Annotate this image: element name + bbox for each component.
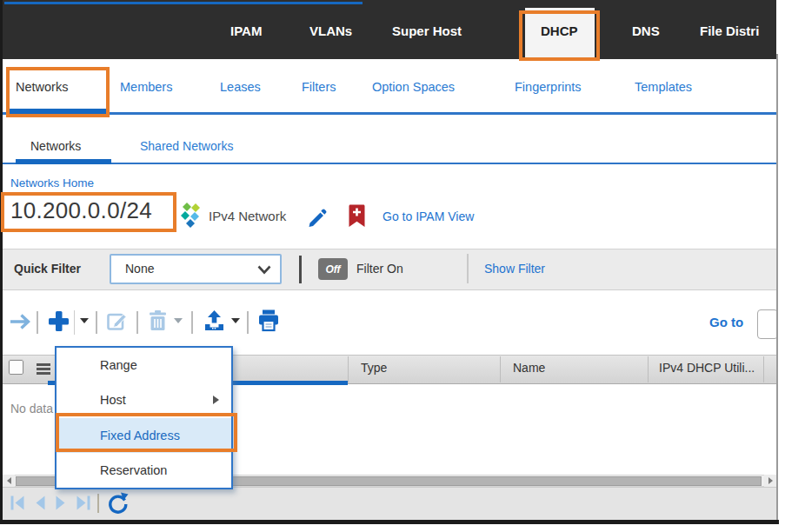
- quick-filter-selected-value: None: [125, 262, 154, 276]
- view-tab-selected-underline: [16, 159, 111, 164]
- chevron-down-icon: [257, 265, 271, 275]
- subtabs-divider: [3, 112, 776, 115]
- scroll-left-button[interactable]: [3, 475, 15, 487]
- subtab-templates[interactable]: Templates: [635, 80, 692, 94]
- import-dropdown-caret-icon[interactable]: [231, 318, 240, 323]
- go-to-ipam-view-link[interactable]: Go to IPAM View: [383, 209, 474, 223]
- subtab-fingerprints[interactable]: Fingerprints: [515, 80, 582, 94]
- subtab-filters[interactable]: Filters: [302, 80, 336, 94]
- filter-toggle-off-badge[interactable]: Off: [318, 258, 348, 280]
- window-border-bottom: [0, 520, 779, 524]
- view-tabs-divider: [3, 163, 776, 164]
- scroll-right-button[interactable]: [764, 475, 776, 487]
- nav-tab-ipam[interactable]: IPAM: [230, 23, 262, 38]
- toolbar-separator: [136, 311, 138, 334]
- nav-tab-super-host[interactable]: Super Host: [392, 23, 462, 38]
- nav-tab-dns[interactable]: DNS: [632, 23, 660, 38]
- column-separator: [648, 356, 649, 382]
- import-export-icon[interactable]: [203, 309, 226, 332]
- subtab-leases[interactable]: Leases: [220, 80, 261, 94]
- add-icon[interactable]: [47, 309, 70, 333]
- column-separator: [763, 356, 764, 382]
- filter-bar-divider-2: [467, 254, 469, 283]
- column-separator: [500, 356, 501, 382]
- toolbar-separator-thin: [74, 310, 75, 335]
- pagination-separator: [97, 494, 99, 513]
- column-header-dhcp-utilization[interactable]: IPv4 DHCP Utili...: [659, 361, 762, 375]
- quick-filter-label: Quick Filter: [14, 262, 81, 276]
- column-separator: [348, 356, 349, 382]
- first-page-icon[interactable]: [9, 495, 26, 511]
- annotation-box-fixed-address: [56, 413, 237, 452]
- triangle-left-icon: [7, 477, 11, 484]
- window-border-right: [776, 54, 778, 520]
- last-page-icon[interactable]: [75, 495, 92, 511]
- select-all-checkbox[interactable]: [9, 360, 23, 375]
- menu-item-label: Host: [100, 393, 126, 407]
- subtab-option-spaces[interactable]: Option Spaces: [372, 80, 455, 94]
- ipv4-network-icon: [180, 203, 203, 229]
- show-filter-link[interactable]: Show Filter: [484, 262, 545, 276]
- edit-network-icon[interactable]: [306, 206, 329, 229]
- filter-bar-divider: [299, 256, 302, 283]
- quick-filter-select[interactable]: None: [110, 254, 282, 284]
- column-header-name[interactable]: Name: [513, 361, 545, 375]
- edit-icon[interactable]: [106, 310, 128, 332]
- bookmark-add-icon[interactable]: [348, 203, 366, 229]
- column-menu-icon[interactable]: [37, 363, 50, 376]
- filter-on-label: Filter On: [356, 262, 403, 276]
- next-page-icon[interactable]: [54, 495, 68, 511]
- menu-item-label: Reservation: [100, 463, 167, 477]
- view-tab-networks[interactable]: Networks: [30, 139, 81, 153]
- window-border-left: [0, 0, 3, 524]
- nav-tab-file-distribution[interactable]: File Distri: [700, 23, 759, 38]
- add-dropdown-caret-icon[interactable]: [80, 318, 89, 323]
- menu-item-range[interactable]: Range: [57, 348, 231, 382]
- goto-label: Go to: [709, 315, 743, 329]
- menu-item-label: Range: [100, 358, 137, 372]
- go-into-arrow-icon[interactable]: [9, 312, 32, 331]
- view-tab-shared-networks[interactable]: Shared Networks: [140, 139, 233, 153]
- nav-accent-line: [4, 2, 363, 4]
- print-icon[interactable]: [257, 309, 280, 332]
- triangle-right-icon: [768, 477, 773, 484]
- delete-icon[interactable]: [148, 309, 168, 331]
- toolbar-separator: [37, 311, 38, 334]
- subtab-members[interactable]: Members: [120, 80, 172, 94]
- nav-tab-vlans[interactable]: VLANs: [309, 23, 352, 38]
- toolbar-separator: [96, 311, 97, 334]
- annotation-box-networks-subtab: [6, 67, 110, 117]
- previous-page-icon[interactable]: [33, 495, 47, 511]
- dhcp-networks-screen: IPAM VLANs Super Host DHCP DNS File Dist…: [0, 0, 785, 532]
- annotation-box-network-address: [1, 192, 176, 232]
- top-nav-bar: [3, 0, 776, 59]
- breadcrumb-networks-home[interactable]: Networks Home: [10, 176, 94, 190]
- goto-input[interactable]: [757, 309, 778, 339]
- toolbar-separator: [191, 311, 193, 334]
- annotation-box-dhcp-tab: [519, 10, 600, 61]
- empty-table-message: No data: [10, 402, 53, 416]
- toolbar-separator: [247, 311, 249, 334]
- menu-item-reservation[interactable]: Reservation: [57, 453, 231, 488]
- network-type-label: IPv4 Network: [209, 209, 286, 223]
- refresh-icon[interactable]: [106, 492, 130, 515]
- delete-dropdown-caret-icon[interactable]: [174, 318, 183, 323]
- column-header-type[interactable]: Type: [361, 361, 387, 375]
- submenu-arrow-icon: [213, 396, 219, 404]
